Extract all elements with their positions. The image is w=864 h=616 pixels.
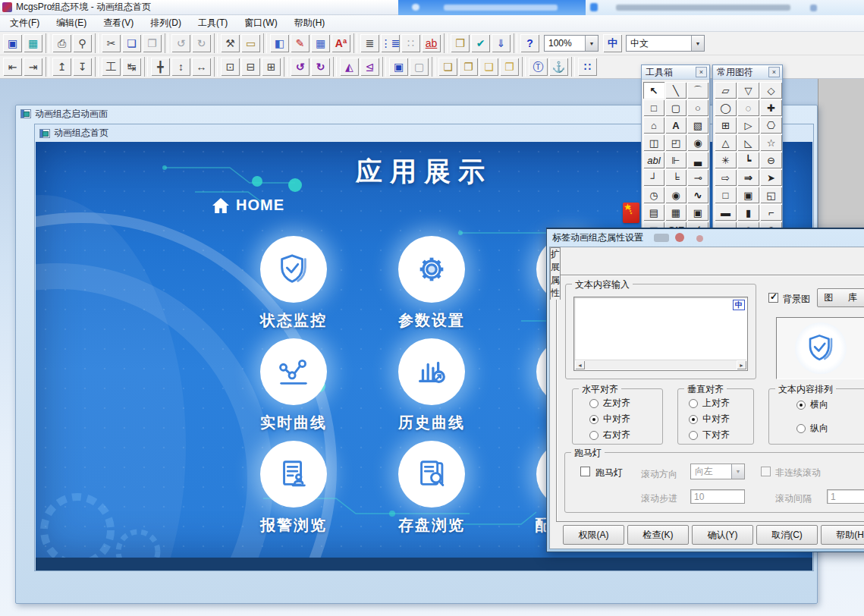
- print-preview-button[interactable]: ⚲: [73, 34, 92, 52]
- corner-symbol[interactable]: ⌐: [760, 204, 782, 221]
- center-window-button[interactable]: ⊟: [241, 58, 260, 76]
- align-top-button[interactable]: ↥: [52, 58, 71, 76]
- language-icon[interactable]: 中: [603, 34, 622, 52]
- pointer-symbol[interactable]: ▷: [737, 117, 759, 134]
- save-button[interactable]: ▦: [24, 34, 42, 52]
- radio-option[interactable]: 中对齐: [689, 413, 730, 426]
- tab-extended-properties[interactable]: 扩展属性: [550, 247, 561, 300]
- input-box-tool[interactable]: abl: [643, 152, 664, 168]
- menu-arrange[interactable]: 排列(D): [142, 14, 190, 32]
- frame3-symbol[interactable]: ◱: [760, 187, 782, 203]
- history-curve-button[interactable]: [398, 338, 465, 405]
- menu-tools[interactable]: 工具(T): [190, 14, 236, 32]
- separator[interactable]: [571, 57, 575, 77]
- font-button[interactable]: Aª: [331, 34, 350, 52]
- home-button[interactable]: HOME: [212, 196, 284, 214]
- arrow-block-symbol[interactable]: ⇒: [737, 169, 759, 186]
- radio-option[interactable]: 下对齐: [689, 429, 730, 442]
- radio-option[interactable]: 纵向: [796, 422, 828, 435]
- menu-window[interactable]: 窗口(W): [236, 14, 285, 32]
- toolbox-titlebar[interactable]: 工具箱 ×: [642, 65, 709, 80]
- china-flag-icon[interactable]: ★ ✦✦✦✦: [623, 203, 639, 223]
- trapezoid-symbol[interactable]: ▽: [737, 82, 759, 99]
- separator[interactable]: [165, 33, 168, 53]
- center-vertical-window-button[interactable]: ⊞: [262, 58, 281, 76]
- window-properties-button[interactable]: ▭: [241, 34, 260, 52]
- rotate-left-button[interactable]: ↺: [291, 58, 309, 76]
- text-tool[interactable]: A: [665, 117, 686, 134]
- marquee-checkbox[interactable]: [580, 467, 590, 476]
- elbow-symbol[interactable]: ┕: [737, 152, 759, 168]
- same-size-button[interactable]: ╋: [151, 58, 170, 76]
- line-tool[interactable]: ╲: [665, 82, 686, 99]
- separator[interactable]: [514, 33, 517, 53]
- separator[interactable]: [333, 57, 337, 77]
- paste-button[interactable]: ❐: [143, 34, 162, 52]
- arrow-outline-symbol[interactable]: ⇨: [715, 169, 737, 186]
- bring-forward-button[interactable]: ❏: [479, 58, 498, 76]
- flip-vertical-button[interactable]: ⊴: [360, 58, 379, 76]
- copy-button[interactable]: ❏: [122, 34, 141, 52]
- scale-ruler-tool[interactable]: ⊩: [665, 152, 686, 168]
- hexagon-symbol[interactable]: ⎔: [760, 117, 782, 134]
- radio-option[interactable]: 横向: [796, 398, 828, 411]
- separator[interactable]: [95, 33, 99, 53]
- ellipse-tool[interactable]: ○: [687, 99, 708, 116]
- indicator-tool[interactable]: ◉: [665, 187, 686, 203]
- status-monitor-button[interactable]: [260, 236, 327, 303]
- separator[interactable]: [353, 33, 357, 53]
- script-editor-button[interactable]: ✎: [291, 34, 309, 52]
- align-right-button[interactable]: ⇥: [24, 58, 42, 76]
- radio-option[interactable]: 右对齐: [589, 429, 630, 442]
- grid-toggle-button[interactable]: ∷: [578, 58, 597, 76]
- separator[interactable]: [144, 57, 148, 77]
- rotate-right-button[interactable]: ↻: [311, 58, 330, 76]
- menu-edit[interactable]: 编辑(E): [48, 14, 95, 32]
- cross-symbol[interactable]: ✚: [760, 99, 782, 116]
- star-symbol[interactable]: ☆: [760, 134, 782, 151]
- separator[interactable]: [214, 33, 218, 53]
- bar-h-symbol[interactable]: ▬: [715, 204, 737, 221]
- spell-check-button[interactable]: ab: [422, 34, 441, 52]
- oval-symbol[interactable]: ◯: [715, 99, 737, 116]
- frame2-symbol[interactable]: ▣: [737, 187, 759, 203]
- arc-tool[interactable]: ⌒: [687, 82, 708, 99]
- center-horizontal-window-button[interactable]: ⊡: [221, 58, 240, 76]
- print-button[interactable]: ⎙: [52, 34, 71, 52]
- dialog-titlebar[interactable]: 标签动画组态属性设置: [549, 229, 864, 247]
- zoom-select[interactable]: 100% ▼: [544, 35, 599, 52]
- same-width-button[interactable]: ↔: [192, 58, 211, 76]
- chevron-down-icon[interactable]: ▼: [691, 36, 704, 51]
- triangle-symbol[interactable]: △: [715, 134, 737, 151]
- report-tool[interactable]: ▤: [643, 204, 664, 221]
- clock-tool[interactable]: ◷: [643, 187, 664, 203]
- redo-button[interactable]: ↻: [192, 34, 211, 52]
- align-left-button[interactable]: ⇤: [3, 58, 22, 76]
- bitmap-tool[interactable]: ▧: [687, 117, 708, 134]
- parameter-settings-button[interactable]: [398, 236, 465, 303]
- separator[interactable]: [522, 57, 526, 77]
- parallelogram-symbol[interactable]: ▱: [715, 82, 737, 99]
- burst-symbol[interactable]: ✳: [715, 152, 737, 168]
- separator[interactable]: [284, 57, 287, 77]
- send-backward-button[interactable]: ❐: [500, 58, 519, 76]
- elbow-line-tool[interactable]: ┘: [643, 169, 664, 186]
- horizontal-scrollbar[interactable]: ◄ ►: [575, 360, 746, 369]
- chevron-down-icon[interactable]: ▼: [585, 36, 598, 51]
- help-button[interactable]: ?: [520, 34, 539, 52]
- animation-config-button[interactable]: ◧: [270, 34, 289, 52]
- alarm-browse-button[interactable]: [260, 441, 327, 508]
- bar-v-symbol[interactable]: ▮: [737, 204, 759, 221]
- diamond-symbol[interactable]: ◇: [760, 82, 782, 99]
- separator[interactable]: [214, 57, 218, 77]
- check-button[interactable]: 检查(K): [627, 525, 689, 545]
- frame-symbol[interactable]: □: [715, 187, 737, 203]
- grid-table-tool[interactable]: ▦: [665, 204, 686, 221]
- confirm-button[interactable]: 确认(Y): [692, 525, 753, 545]
- polygon-tool[interactable]: ⌂: [643, 117, 664, 134]
- scroll-left-icon[interactable]: ◄: [575, 360, 585, 369]
- separator[interactable]: [382, 57, 386, 77]
- undo-button[interactable]: ↺: [171, 34, 190, 52]
- equal-space-button[interactable]: ↹: [122, 58, 141, 76]
- new-window-button[interactable]: ▣: [3, 34, 22, 52]
